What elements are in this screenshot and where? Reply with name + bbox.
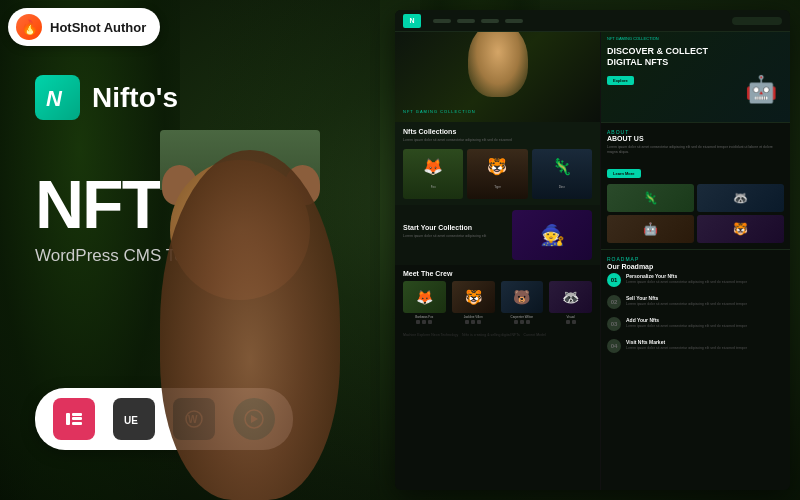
nav-item <box>457 19 475 23</box>
crew-member-1: 🦊 Barbaras Fox <box>403 281 446 324</box>
nav-item <box>481 19 499 23</box>
roadmap-text-2: Sell Your Nfts Lorem ipsum dolor sit ame… <box>626 295 784 307</box>
start-character: 🧙 <box>512 210 592 260</box>
roadmap-section: Roadmap Our Roadmap 01 Personalize Your … <box>601 249 790 367</box>
crew-member-3: 🐻 Carpenter Wilton <box>501 281 544 324</box>
site-nav: N <box>395 10 790 32</box>
roadmap-heading-4: Visit Nfts Market <box>626 339 784 345</box>
social-icon <box>428 320 432 324</box>
thumb-4: 🐯 <box>697 215 784 243</box>
hero-character <box>468 32 528 97</box>
hero-right: NFT Gaming Collection DISCOVER & COLLECT… <box>601 32 790 122</box>
roadmap-item-3: 03 Add Your Nfts Lorem ipsum dolor sit a… <box>607 317 784 331</box>
tiger-icon: 🐯 <box>467 149 527 184</box>
site-nav-logo: N <box>403 14 421 28</box>
svg-rect-4 <box>72 422 82 425</box>
footer-text: Machine Explorer Neon Technology Nifto i… <box>403 333 592 338</box>
svg-text:N: N <box>46 86 63 111</box>
svg-rect-2 <box>72 413 82 416</box>
hotshot-badge: 🔥 HotShot Author <box>8 8 160 46</box>
collections-title: Nfts Collections <box>403 128 592 135</box>
hero-nft-tag: NFT Gaming Collection <box>607 36 659 41</box>
hero-right-heading: DISCOVER & COLLECT DIGITAL NFTS Explore <box>607 46 717 86</box>
roadmap-num-2: 02 <box>607 295 621 309</box>
roadmap-heading-1: Personalize Your Nfts <box>626 273 784 279</box>
about-thumbnails: 🦎 🦝 🤖 🐯 <box>607 184 784 243</box>
roadmap-title: Our Roadmap <box>607 263 784 270</box>
start-desc: Lorem ipsum dolor sit amet consectetur a… <box>403 234 504 239</box>
left-panel: 🔥 HotShot Author N Nifto's NFT WordPress… <box>0 0 370 500</box>
social-icon <box>465 320 469 324</box>
social-icon <box>520 320 524 324</box>
svg-rect-3 <box>72 417 82 420</box>
nav-item <box>505 19 523 23</box>
collection-cards: 🦊 Fox 🐯 Tiger 🦎 Dino <box>403 149 592 199</box>
site-crew: Meet The Crew 🦊 Barbaras Fox <box>395 265 600 329</box>
roadmap-text-4: Visit Nfts Market Lorem ipsum dolor sit … <box>626 339 784 351</box>
social-icon <box>526 320 530 324</box>
crew-avatar-4: 🦝 <box>549 281 592 313</box>
roadmap-heading-2: Sell Your Nfts <box>626 295 784 301</box>
crew-social-2 <box>452 320 495 324</box>
collection-card-fox: 🦊 Fox <box>403 149 463 199</box>
badge-icon: 🔥 <box>16 14 42 40</box>
roadmap-desc-2: Lorem ipsum dolor sit amet consectetur a… <box>626 302 784 307</box>
roadmap-num-4: 04 <box>607 339 621 353</box>
roadmap-text-1: Personalize Your Nfts Lorem ipsum dolor … <box>626 273 784 285</box>
social-icon <box>566 320 570 324</box>
site-collections: Nfts Collections Lorem ipsum dolor sit a… <box>395 122 600 205</box>
elementor-icon <box>53 398 95 440</box>
site-right-col: NFT Gaming Collection DISCOVER & COLLECT… <box>600 32 790 490</box>
roadmap-desc-3: Lorem ipsum dolor sit amet consectetur a… <box>626 324 784 329</box>
site-nav-items <box>433 19 523 23</box>
fox-icon: 🦊 <box>403 149 463 184</box>
tiger-label: Tiger <box>467 184 527 190</box>
about-section: About ABOUT US Lorem ipsum dolor sit ame… <box>601 122 790 249</box>
character-illustration <box>140 100 360 500</box>
hero-tag: NFT Gaming Collection <box>403 109 483 114</box>
crew-name-1: Barbaras Fox <box>403 315 446 319</box>
crew-social-4 <box>549 320 592 324</box>
roadmap-desc-1: Lorem ipsum dolor sit amet consectetur a… <box>626 280 784 285</box>
collection-card-tiger: 🐯 Tiger <box>467 149 527 199</box>
thumb-2: 🦝 <box>697 184 784 212</box>
site-hero: NFT Gaming Collection <box>395 32 600 122</box>
nav-item <box>433 19 451 23</box>
website-mockup: N NFT Gaming Collection <box>395 10 790 490</box>
hero-right-tag: NFT Gaming Collection <box>607 36 659 41</box>
dino-icon: 🦎 <box>532 149 592 184</box>
hero-discover: DISCOVER & COLLECT DIGITAL NFTS <box>607 46 717 68</box>
svg-rect-1 <box>66 413 70 425</box>
roadmap-text-3: Add Your Nfts Lorem ipsum dolor sit amet… <box>626 317 784 329</box>
logo-letter: N <box>35 75 80 120</box>
badge-text: HotShot Author <box>50 20 146 35</box>
site-left-col: NFT Gaming Collection Nfts Collections L… <box>395 32 600 490</box>
roadmap-tag: Roadmap <box>607 256 784 262</box>
fox-label: Fox <box>403 184 463 190</box>
social-icon <box>572 320 576 324</box>
roadmap-item-2: 02 Sell Your Nfts Lorem ipsum dolor sit … <box>607 295 784 309</box>
social-icon <box>471 320 475 324</box>
thumb-1: 🦎 <box>607 184 694 212</box>
collections-desc: Lorem ipsum dolor sit amet consectetur a… <box>403 138 592 143</box>
crew-avatar-2: 🐯 <box>452 281 495 313</box>
crew-avatar-3: 🐻 <box>501 281 544 313</box>
crew-cards: 🦊 Barbaras Fox 🐯 Jackline Villon <box>403 281 592 324</box>
roadmap-item-4: 04 Visit Nfts Market Lorem ipsum dolor s… <box>607 339 784 353</box>
website-preview-panel: N NFT Gaming Collection <box>370 0 800 500</box>
roadmap-desc-4: Lorem ipsum dolor sit amet consectetur a… <box>626 346 784 351</box>
hero-nft-character: 🤖 <box>736 57 786 122</box>
site-content: NFT Gaming Collection Nfts Collections L… <box>395 32 790 490</box>
social-icon <box>514 320 518 324</box>
crew-name-2: Jackline Villon <box>452 315 495 319</box>
crew-social-1 <box>403 320 446 324</box>
about-title: ABOUT US <box>607 135 784 142</box>
start-text: Start Your Collection Lorem ipsum dolor … <box>403 224 504 245</box>
roadmap-heading-3: Add Your Nfts <box>626 317 784 323</box>
social-icon <box>422 320 426 324</box>
learn-more-btn: Learn More <box>607 169 641 178</box>
roadmap-num-1: 01 <box>607 273 621 287</box>
crew-member-2: 🐯 Jackline Villon <box>452 281 495 324</box>
crew-social-3 <box>501 320 544 324</box>
crew-name-4: Visual <box>549 315 592 319</box>
